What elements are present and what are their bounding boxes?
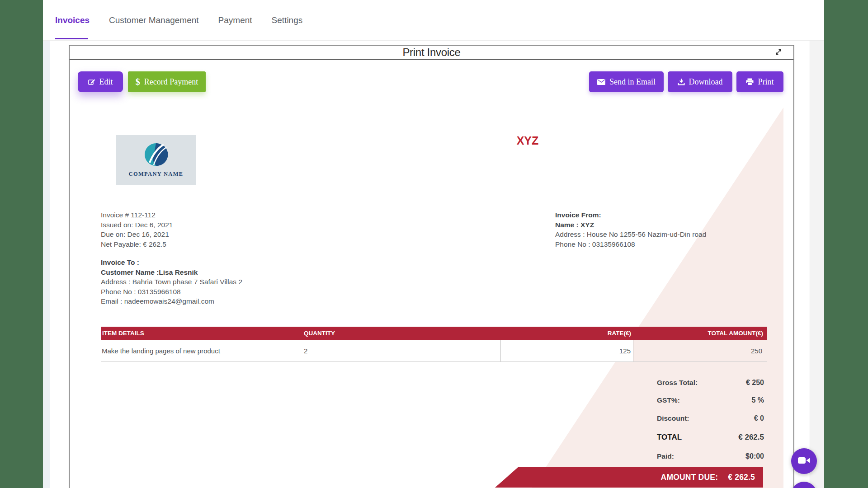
total-row: TOTAL € 262.5 xyxy=(657,432,764,443)
discount-value: € 0 xyxy=(754,414,764,422)
send-in-email-label: Send in Email xyxy=(609,77,656,87)
record-payment-button[interactable]: $ Record Payment xyxy=(128,71,206,92)
invoice-meta-block: Invoice # 112-112 Issued on: Dec 6, 2021… xyxy=(101,210,173,249)
edit-icon xyxy=(88,78,95,85)
due-date: Due on: Dec 16, 2021 xyxy=(101,230,173,239)
gross-total-row: Gross Total: € 250 xyxy=(657,377,764,388)
panel-header: Print Invoice xyxy=(70,46,793,60)
download-label: Download xyxy=(689,77,723,87)
customer-email: Email : nadeemowais24@gmail.com xyxy=(101,296,242,306)
record-payment-label: Record Payment xyxy=(144,77,198,87)
tab-customer-management[interactable]: Customer Management xyxy=(109,15,199,25)
cell-total-amount: 250 xyxy=(634,340,767,361)
print-invoice-panel: Print Invoice xyxy=(69,45,794,488)
tab-invoices[interactable]: Invoices xyxy=(55,15,90,25)
customer-address: Address : Bahria Town phase 7 Safari Vil… xyxy=(101,277,242,287)
expand-icon[interactable] xyxy=(774,48,783,56)
totals-divider xyxy=(346,429,764,429)
gst-label: GST%: xyxy=(657,396,680,404)
print-label: Print xyxy=(758,77,774,87)
dollar-icon: $ xyxy=(136,77,140,87)
company-logo-caption: COMPANY NAME xyxy=(129,171,184,178)
discount-label: Discount: xyxy=(657,414,689,422)
discount-row: Discount: € 0 xyxy=(657,413,764,424)
download-icon xyxy=(678,78,685,85)
screen: Invoices Customer Management Payment Set… xyxy=(0,0,868,488)
gross-total-label: Gross Total: xyxy=(657,379,698,387)
invoice-from-heading: Invoice From: xyxy=(555,210,706,220)
invoice-body: Edit $ Record Payment Send in Email xyxy=(70,60,793,488)
tab-settings[interactable]: Settings xyxy=(272,15,303,25)
gst-row: GST%: 5 % xyxy=(657,395,764,406)
paid-value: $0:00 xyxy=(745,452,764,460)
paid-row: Paid: $0:00 xyxy=(657,451,764,462)
invoice-from-block: Invoice From: Name : XYZ Address : House… xyxy=(555,210,706,249)
issued-date: Issued on: Dec 6, 2021 xyxy=(101,220,173,230)
invoice-from-name: Name : XYZ xyxy=(555,220,706,230)
net-payable: Net Payable: € 262.5 xyxy=(101,239,173,249)
invoice-from-phone: Phone No : 03135966108 xyxy=(555,239,706,249)
col-quantity: QUANTITY xyxy=(304,330,501,337)
col-total-amount: TOTAL AMOUNT(€) xyxy=(634,330,767,337)
cell-item-details: Make the landing pages of new product xyxy=(101,340,304,361)
invoice-from-address: Address : House No 1255-56 Nazim-ud-Din … xyxy=(555,230,706,239)
invoice-app: Invoices Customer Management Payment Set… xyxy=(43,0,824,488)
left-scroll-gutter xyxy=(43,41,50,488)
company-logo-icon xyxy=(144,142,168,169)
cell-quantity: 2 xyxy=(304,340,501,361)
col-rate: RATE(€) xyxy=(501,330,634,337)
envelope-icon xyxy=(597,79,605,85)
edit-button-label: Edit xyxy=(99,77,113,87)
active-tab-underline xyxy=(55,38,88,39)
tab-payment[interactable]: Payment xyxy=(218,15,252,25)
send-in-email-button[interactable]: Send in Email xyxy=(589,71,664,92)
print-button[interactable]: Print xyxy=(736,71,783,92)
page-title: Print Invoice xyxy=(70,46,793,59)
table-row: Make the landing pages of new product 2 … xyxy=(101,340,767,362)
seller-name-heading: XYZ xyxy=(482,134,573,147)
top-tab-bar: Invoices Customer Management Payment Set… xyxy=(43,0,824,41)
invoice-number: Invoice # 112-112 xyxy=(101,210,173,220)
amount-due-label: AMOUNT DUE: xyxy=(661,473,718,482)
customer-name: Customer Name :Lisa Resnik xyxy=(101,267,242,277)
col-item-details: ITEM DETAILS xyxy=(101,330,304,337)
pink-triangle-watermark xyxy=(488,108,783,488)
paid-label: Paid: xyxy=(657,452,674,460)
cell-rate: 125 xyxy=(501,340,634,361)
invoice-to-heading: Invoice To : xyxy=(101,258,242,267)
edit-button[interactable]: Edit xyxy=(78,71,123,92)
gross-total-value: € 250 xyxy=(746,379,764,387)
amount-due-banner: AMOUNT DUE: € 262.5 xyxy=(495,467,763,488)
right-scroll-gutter xyxy=(810,41,824,488)
invoice-to-block: Invoice To : Customer Name :Lisa Resnik … xyxy=(101,258,242,306)
video-camera-icon xyxy=(798,456,810,466)
items-table: ITEM DETAILS QUANTITY RATE(€) TOTAL AMOU… xyxy=(101,327,767,362)
total-value: € 262.5 xyxy=(738,433,764,442)
total-label: TOTAL xyxy=(657,433,682,442)
amount-due-value: € 262.5 xyxy=(728,473,755,482)
gst-value: 5 % xyxy=(751,396,764,404)
customer-phone: Phone No : 03135966108 xyxy=(101,287,242,297)
download-button[interactable]: Download xyxy=(668,71,732,92)
company-logo: COMPANY NAME xyxy=(116,135,196,185)
video-call-button[interactable] xyxy=(791,448,817,474)
printer-icon xyxy=(746,78,754,85)
items-table-header: ITEM DETAILS QUANTITY RATE(€) TOTAL AMOU… xyxy=(101,327,767,340)
